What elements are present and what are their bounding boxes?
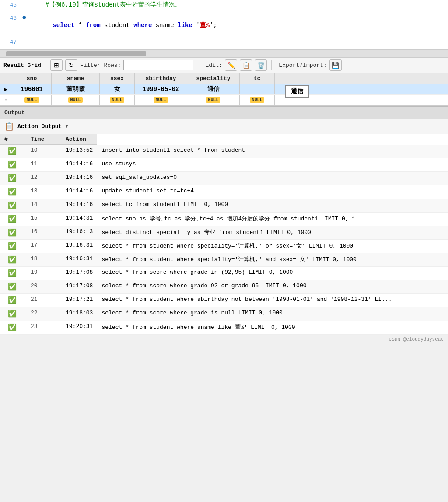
action-status-icon: ✅ [0, 307, 26, 321]
output-header: Output [0, 107, 448, 119]
code-editor: 45 #【例6.10】查询student表中姓董的学生情况。 46 ● sele… [0, 0, 448, 50]
col-header-sno: sno [12, 73, 52, 84]
action-table-row: ✅ 22 19:18:03 select * from score where … [0, 307, 448, 321]
success-icon: ✅ [8, 148, 17, 156]
action-text: select * from student where sbirthday no… [97, 294, 448, 307]
action-num: 18 [26, 253, 61, 267]
action-status-icon: ✅ [0, 280, 26, 294]
col-header-ssex: ssex [100, 73, 135, 84]
action-status-icon: ✅ [0, 294, 26, 307]
keyword-where: where [133, 22, 152, 29]
cell-speciality-1[interactable]: 通信 [187, 84, 240, 94]
cell-null-tc: NULL [240, 95, 275, 105]
action-table-row: ✅ 13 19:14:16 update student1 set tc=tc+… [0, 185, 448, 199]
cell-ssex-1[interactable]: 女 [100, 84, 135, 94]
code-comment-45: #【例6.10】查询student表中姓董的学生情况。 [31, 1, 181, 9]
success-icon: ✅ [8, 216, 17, 223]
action-time: 19:14:16 [61, 172, 97, 185]
success-icon: ✅ [8, 324, 17, 332]
keyword-from: from [86, 22, 101, 29]
cell-sno-1[interactable]: 196001 [12, 84, 52, 94]
separator-3 [271, 60, 272, 70]
dropdown-arrow[interactable]: ▼ [65, 124, 68, 129]
keyword-select: select [52, 22, 74, 29]
action-time: 19:14:16 [61, 158, 97, 172]
success-icon: ✅ [8, 229, 17, 237]
action-text: select * from student where sname like 董… [97, 321, 448, 335]
grid-view-button[interactable]: ⊞ [50, 59, 63, 71]
action-status-icon: ✅ [0, 321, 26, 335]
action-table-row: ✅ 14 19:14:16 select tc from student1 LI… [0, 199, 448, 213]
action-time: 19:16:13 [61, 226, 97, 240]
footer: CSDN @cloudydayscat [0, 335, 448, 344]
refresh-button[interactable]: ↻ [65, 59, 77, 71]
action-text: set sql_safe_updates=0 [97, 172, 448, 185]
action-table-row: ✅ 11 19:14:16 use stusys [0, 158, 448, 172]
action-text: insert into student1 select * from stude… [97, 145, 448, 158]
grid-data-row-1[interactable]: ▶ 196001 董明霞 女 1999-05-02 通信 通信 通信 [0, 84, 448, 95]
action-num: 17 [26, 240, 61, 253]
cell-tc-1[interactable]: 通信 通信 [240, 84, 275, 94]
row-arrow-null: ✦ [0, 95, 12, 105]
filter-input[interactable] [123, 60, 193, 70]
action-text: use stusys [97, 158, 448, 172]
action-status-icon: ✅ [0, 172, 26, 185]
filter-rows-label: Filter Rows: [80, 62, 121, 69]
add-row-icon-small: ✦ [4, 97, 7, 102]
cell-null-sbirthday: NULL [135, 95, 187, 105]
action-num: 14 [26, 199, 61, 213]
scrollbar-thumb[interactable] [6, 51, 146, 56]
success-icon: ✅ [8, 297, 17, 305]
horizontal-scrollbar[interactable] [0, 50, 448, 58]
action-time: 19:17:08 [61, 267, 97, 280]
action-text: select tc from student1 LIMIT 0, 1000 [97, 199, 448, 213]
keyword-like: like [178, 22, 192, 29]
success-icon: ✅ [8, 175, 17, 183]
cell-sname-1[interactable]: 董明霞 [52, 84, 100, 94]
action-table-row: ✅ 23 19:20:31 select * from student wher… [0, 321, 448, 335]
action-output-label: Action Output [18, 123, 62, 130]
action-time: 19:17:08 [61, 280, 97, 294]
action-time: 19:18:03 [61, 307, 97, 321]
edit-label: Edit: [205, 62, 222, 69]
cell-sbirthday-1[interactable]: 1999-05-02 [135, 84, 187, 94]
action-status-icon: ✅ [0, 253, 26, 267]
action-table-row: ✅ 19 19:17:08 select * from score where … [0, 267, 448, 280]
action-num: 19 [26, 267, 61, 280]
result-toolbar: Result Grid ⊞ ↻ Filter Rows: Edit: ✏️ 📋 … [0, 58, 448, 73]
action-text: select * from score where grade=92 or gr… [97, 280, 448, 294]
separator-2 [198, 60, 198, 70]
result-grid: sno sname ssex sbirthday speciality tc ▶… [0, 73, 448, 106]
col-header-action: Action [61, 134, 97, 145]
action-text: select * from score where grade is null … [97, 307, 448, 321]
action-time: 19:13:52 [61, 145, 97, 158]
action-text: select * from student where speciality='… [97, 253, 448, 267]
pencil-icon: ✏️ [228, 62, 235, 69]
line-number-47: 47 [0, 39, 22, 45]
action-table-header-row: # Time Action [0, 134, 448, 145]
grid-null-row: ✦ NULL NULL NULL NULL NULL NULL [0, 95, 448, 105]
cell-null-sno: NULL [12, 95, 52, 105]
action-table-row: ✅ 18 19:16:31 select * from student wher… [0, 253, 448, 267]
code-line-47: 47 [0, 37, 448, 49]
success-icon: ✅ [8, 270, 17, 278]
success-icon: ✅ [8, 202, 17, 210]
action-time: 19:14:31 [61, 213, 97, 226]
delete-row-icon: 🗑️ [257, 62, 265, 69]
col-header-hash: # [0, 134, 26, 145]
action-num: 16 [26, 226, 61, 240]
action-status-icon: ✅ [0, 213, 26, 226]
watermark: CSDN @cloudydayscat [389, 337, 444, 342]
add-row-button[interactable]: 📋 [240, 59, 252, 71]
action-text: select distinct speciality as 专业 from st… [97, 226, 448, 240]
success-icon: ✅ [8, 283, 17, 291]
edit-button[interactable]: ✏️ [225, 59, 237, 71]
export-import-button[interactable]: 💾 [329, 59, 342, 71]
action-num: 22 [26, 307, 61, 321]
output-section: Output 📋 Action Output ▼ # Time Action ✅… [0, 106, 448, 335]
line-bullet-47 [22, 38, 31, 46]
action-table-row: ✅ 21 19:17:21 select * from student wher… [0, 294, 448, 307]
delete-row-button[interactable]: 🗑️ [255, 59, 267, 71]
grid-icon: ⊞ [54, 62, 59, 69]
cell-tooltip: 通信 [285, 85, 309, 98]
